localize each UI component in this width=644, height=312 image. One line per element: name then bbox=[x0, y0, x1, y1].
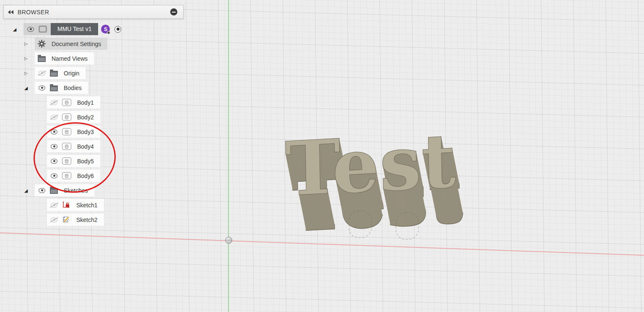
tree-row-body1[interactable]: Body1 bbox=[3, 95, 121, 110]
tree-row-document-settings[interactable]: ▷ Document Settings bbox=[3, 36, 121, 51]
visibility-off-icon[interactable] bbox=[50, 114, 58, 120]
tree-item-label[interactable]: Origin bbox=[62, 70, 81, 77]
browser-tree: ◢ MMU Test v1 S ▷ bbox=[3, 22, 121, 227]
visibility-off-icon[interactable] bbox=[50, 202, 58, 208]
activate-component-radio[interactable] bbox=[114, 26, 121, 33]
expand-arrow-icon[interactable]: ▷ bbox=[23, 70, 29, 76]
tree-row-sketches[interactable]: ◢ Sketches bbox=[3, 183, 121, 198]
tree-row-body3[interactable]: Body3 bbox=[3, 124, 121, 139]
visibility-off-icon[interactable] bbox=[50, 100, 58, 106]
tree-row-named-views[interactable]: ▷ Named Views bbox=[3, 51, 121, 66]
collapse-arrow-icon[interactable]: ◢ bbox=[23, 85, 29, 91]
body-icon bbox=[62, 99, 71, 106]
visibility-on-icon[interactable] bbox=[50, 173, 58, 179]
tree-row-root-component[interactable]: ◢ MMU Test v1 S bbox=[3, 22, 121, 36]
tree-row-sketch1[interactable]: Sketch1 bbox=[3, 198, 121, 212]
tree-item-label[interactable]: Sketch1 bbox=[74, 202, 100, 209]
origin-marker bbox=[225, 237, 232, 244]
model-3d-text[interactable]: TestTestTestTestTestTestTestTestTestTest… bbox=[282, 121, 475, 259]
visibility-off-icon[interactable] bbox=[38, 70, 46, 76]
folder-icon bbox=[38, 56, 46, 62]
collapse-panel-icon[interactable] bbox=[8, 10, 13, 14]
display-mode-button[interactable] bbox=[170, 8, 177, 15]
visibility-on-icon[interactable] bbox=[50, 129, 58, 135]
tree-row-body6[interactable]: Body6 bbox=[3, 168, 121, 183]
tree-item-label[interactable]: Body6 bbox=[75, 173, 96, 179]
visibility-on-icon[interactable] bbox=[26, 26, 35, 32]
tree-item-label[interactable]: Sketches bbox=[62, 187, 90, 194]
tree-row-body4[interactable]: Body4 bbox=[3, 139, 121, 154]
folder-icon bbox=[50, 188, 58, 194]
visibility-off-icon[interactable] bbox=[50, 217, 58, 223]
tree-item-label[interactable]: Body3 bbox=[75, 129, 96, 135]
tree-item-label[interactable]: Sketch2 bbox=[74, 217, 100, 223]
tree-item-label[interactable]: Body1 bbox=[75, 99, 96, 106]
tree-row-body5[interactable]: Body5 bbox=[3, 154, 121, 168]
tree-item-label[interactable]: Named Views bbox=[49, 55, 90, 62]
gear-icon bbox=[38, 40, 46, 48]
shared-status-badge[interactable]: S bbox=[101, 25, 110, 34]
visibility-on-icon[interactable] bbox=[50, 144, 58, 150]
expand-arrow-icon[interactable]: ▷ bbox=[23, 41, 29, 47]
component-icon bbox=[39, 26, 47, 33]
tree-row-body2[interactable]: Body2 bbox=[3, 110, 121, 124]
sketch-icon bbox=[62, 216, 70, 223]
folder-icon bbox=[50, 71, 58, 77]
tree-item-label[interactable]: Body4 bbox=[75, 143, 96, 150]
tree-item-label[interactable]: Document Settings bbox=[49, 41, 103, 47]
collapse-arrow-icon[interactable]: ◢ bbox=[23, 188, 29, 193]
root-component-label[interactable]: MMU Test v1 bbox=[51, 23, 98, 35]
panel-title: BROWSER bbox=[18, 9, 49, 15]
sketch-locked-icon bbox=[62, 201, 70, 209]
body-icon bbox=[62, 128, 71, 135]
y-axis bbox=[228, 0, 229, 312]
body-icon bbox=[62, 172, 71, 179]
folder-icon bbox=[50, 85, 58, 91]
tree-item-label[interactable]: Bodies bbox=[62, 85, 84, 91]
expand-arrow-icon[interactable]: ▷ bbox=[23, 56, 29, 62]
body-icon bbox=[62, 143, 71, 150]
visibility-on-icon[interactable] bbox=[38, 85, 46, 91]
browser-panel-header[interactable]: BROWSER bbox=[3, 5, 184, 19]
body-icon bbox=[62, 113, 71, 121]
tree-row-bodies[interactable]: ◢ Bodies bbox=[3, 80, 121, 95]
visibility-on-icon[interactable] bbox=[38, 188, 46, 193]
svg-text:Test: Test bbox=[284, 121, 457, 213]
tree-row-sketch2[interactable]: Sketch2 bbox=[3, 212, 121, 227]
tree-item-label[interactable]: Body2 bbox=[75, 114, 96, 121]
visibility-on-icon[interactable] bbox=[50, 158, 58, 164]
tree-row-origin[interactable]: ▷ Origin bbox=[3, 66, 121, 80]
tree-item-label[interactable]: Body5 bbox=[75, 158, 96, 165]
collapse-arrow-icon[interactable]: ◢ bbox=[12, 26, 18, 32]
body-icon bbox=[62, 157, 71, 165]
